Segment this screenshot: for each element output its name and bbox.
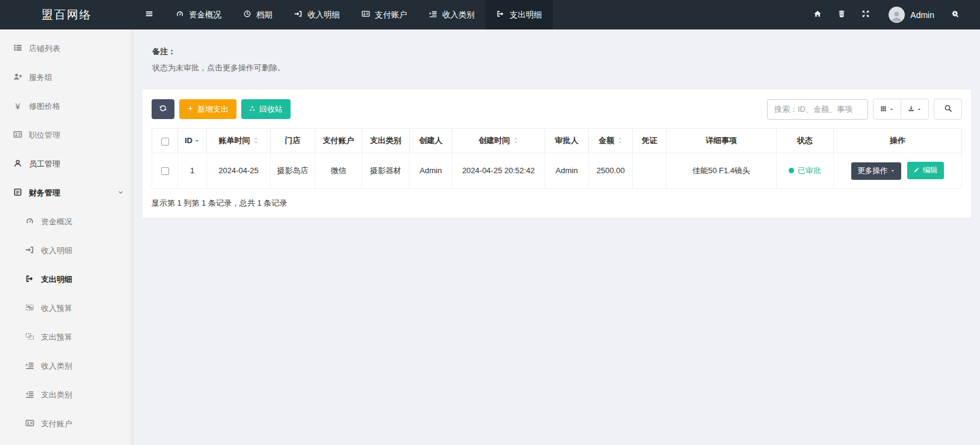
sidebar-item-finance-management[interactable]: 财务管理 bbox=[0, 179, 134, 207]
add-expense-button[interactable]: 新增支出 bbox=[179, 99, 236, 119]
nav-item-schedule[interactable]: 档期 bbox=[232, 0, 283, 29]
caret-down-icon bbox=[917, 105, 922, 114]
sidebar-item-funds-overview[interactable]: 资金概况 bbox=[0, 207, 134, 236]
nav-item-payment-account[interactable]: 支付账户 bbox=[351, 0, 418, 29]
header-select-all[interactable] bbox=[152, 129, 178, 153]
nav-item-label: 资金概况 bbox=[189, 10, 221, 20]
header-detail[interactable]: 详细事项 bbox=[667, 129, 777, 153]
sidebar-item-label: 收入类别 bbox=[41, 361, 72, 372]
sidebar-item-expense-budget[interactable]: 支出预算 bbox=[0, 323, 134, 352]
trash-button[interactable] bbox=[830, 0, 854, 29]
sidebar-item-income-detail[interactable]: 收入明细 bbox=[0, 236, 134, 265]
sidebar-item-service-group[interactable]: 服务组 bbox=[0, 63, 134, 92]
cell-bill-date: 2024-04-25 bbox=[207, 153, 271, 189]
object-group-icon bbox=[25, 303, 34, 314]
cell-actions: 更多操作 编辑 bbox=[834, 153, 962, 189]
sidebar-item-payment-account[interactable]: 支付账户 bbox=[0, 410, 134, 438]
sidebar-item-label: 员工管理 bbox=[29, 159, 60, 170]
finance-icon bbox=[13, 188, 22, 198]
header-status[interactable]: 状态 bbox=[777, 129, 834, 153]
header-expense-type[interactable]: 支出类别 bbox=[362, 129, 410, 153]
header-label: 凭证 bbox=[642, 136, 658, 145]
record-summary: 显示第 1 到第 1 条记录，总共 1 条记录 bbox=[152, 198, 962, 209]
header-label: 支出类别 bbox=[370, 136, 401, 145]
sidebar-item-label: 支付账户 bbox=[41, 419, 72, 429]
nav-item-funds-overview[interactable]: 资金概况 bbox=[165, 0, 232, 29]
row-checkbox[interactable] bbox=[161, 167, 169, 175]
toolbar-right bbox=[767, 99, 962, 120]
list-blocks-icon bbox=[13, 43, 22, 54]
sort-both-icon bbox=[513, 137, 519, 146]
cell-status: 已审批 bbox=[777, 153, 834, 189]
sidebar-item-staff-management[interactable]: 员工管理 bbox=[0, 150, 134, 179]
cell-approver: Admin bbox=[545, 153, 589, 189]
cell-amount: 2500.00 bbox=[589, 153, 633, 189]
cell-pay-account: 微信 bbox=[315, 153, 362, 189]
cell-created-at: 2024-04-25 20:52:42 bbox=[452, 153, 545, 189]
nav-item-label: 档期 bbox=[256, 10, 273, 20]
select-all-checkbox[interactable] bbox=[161, 138, 169, 146]
header-id[interactable]: ID bbox=[178, 129, 207, 153]
columns-button[interactable] bbox=[873, 99, 901, 120]
nav-item-income-detail[interactable]: 收入明细 bbox=[283, 0, 351, 29]
tachometer-icon bbox=[176, 10, 184, 20]
main-content: 备注： 状态为未审批，点击更多操作可删除。 新增支出 回收站 bbox=[134, 29, 980, 445]
header-creator[interactable]: 创建人 bbox=[410, 129, 452, 153]
sidebar-item-position-management[interactable]: 职位管理 bbox=[0, 121, 134, 150]
nav-item-label: 支出明细 bbox=[510, 10, 542, 20]
sidebar-item-retouch-price[interactable]: ¥ 修图价格 bbox=[0, 92, 134, 121]
search-input[interactable] bbox=[767, 99, 868, 120]
settings-button[interactable] bbox=[943, 0, 967, 29]
expense-table: ID 账单时间 门店 支付账户 支出类别 创建人 创建时间 审批人 金额 凭证 … bbox=[152, 128, 962, 189]
header-amount[interactable]: 金额 bbox=[589, 129, 633, 153]
sidebar-item-income-budget[interactable]: 收入预算 bbox=[0, 294, 134, 323]
header-label: 创建时间 bbox=[479, 136, 510, 145]
sidebar-item-income-category[interactable]: 收入类别 bbox=[0, 352, 134, 381]
home-button[interactable] bbox=[806, 0, 830, 29]
nav-item-expense-detail[interactable]: 支出明细 bbox=[485, 0, 553, 29]
header-created-at[interactable]: 创建时间 bbox=[452, 129, 545, 153]
user-plus-icon bbox=[13, 72, 22, 83]
header-pay-account[interactable]: 支付账户 bbox=[315, 129, 362, 153]
yen-icon: ¥ bbox=[13, 102, 22, 111]
brand-logo[interactable]: 盟百网络 bbox=[0, 0, 134, 29]
add-expense-label: 新增支出 bbox=[197, 104, 229, 115]
header-bill-date[interactable]: 账单时间 bbox=[207, 129, 271, 153]
pencil-icon bbox=[913, 167, 920, 175]
sidebar-item-expense-detail[interactable]: 支出明细 bbox=[0, 265, 134, 294]
sidebar-item-label: 支出类别 bbox=[41, 390, 72, 400]
sidebar-toggle-button[interactable] bbox=[134, 0, 165, 29]
sidebar-item-store-list[interactable]: 店铺列表 bbox=[0, 34, 134, 63]
sidebar-item-label: 支出预算 bbox=[41, 332, 72, 343]
chevron-down-icon bbox=[117, 189, 124, 198]
export-button[interactable] bbox=[901, 99, 929, 120]
refresh-button[interactable] bbox=[152, 99, 174, 119]
header-voucher[interactable]: 凭证 bbox=[633, 129, 667, 153]
more-actions-button[interactable]: 更多操作 bbox=[851, 162, 901, 180]
note-block: 备注： 状态为未审批，点击更多操作可删除。 bbox=[152, 46, 971, 73]
caret-down-icon bbox=[889, 105, 894, 114]
user-menu[interactable]: Admin bbox=[878, 7, 943, 23]
search-button[interactable] bbox=[934, 99, 962, 120]
status-badge: 已审批 bbox=[789, 165, 821, 176]
tachometer-icon bbox=[25, 216, 34, 227]
header-approver[interactable]: 审批人 bbox=[545, 129, 589, 153]
header-store[interactable]: 门店 bbox=[271, 129, 315, 153]
sign-in-icon bbox=[294, 10, 303, 20]
table-row[interactable]: 1 2024-04-25 摄影岛店 微信 摄影器材 Admin 2024-04-… bbox=[152, 153, 962, 189]
header-label: 支付账户 bbox=[323, 136, 354, 145]
fullscreen-button[interactable] bbox=[854, 0, 878, 29]
header-actions[interactable]: 操作 bbox=[834, 129, 962, 153]
edit-button[interactable]: 编辑 bbox=[907, 162, 944, 179]
recycle-bin-button[interactable]: 回收站 bbox=[241, 99, 291, 119]
cell-store: 摄影岛店 bbox=[271, 153, 315, 189]
cell-select bbox=[152, 153, 178, 189]
sort-both-icon bbox=[617, 137, 623, 146]
search-icon bbox=[944, 104, 952, 114]
nav-item-income-category[interactable]: 收入类别 bbox=[418, 0, 485, 29]
sidebar-item-expense-category[interactable]: 支出类别 bbox=[0, 381, 134, 410]
export-icon bbox=[908, 105, 914, 114]
header-label: 操作 bbox=[890, 136, 905, 145]
more-actions-label: 更多操作 bbox=[857, 166, 887, 176]
table-toolbar: 新增支出 回收站 bbox=[152, 99, 962, 120]
